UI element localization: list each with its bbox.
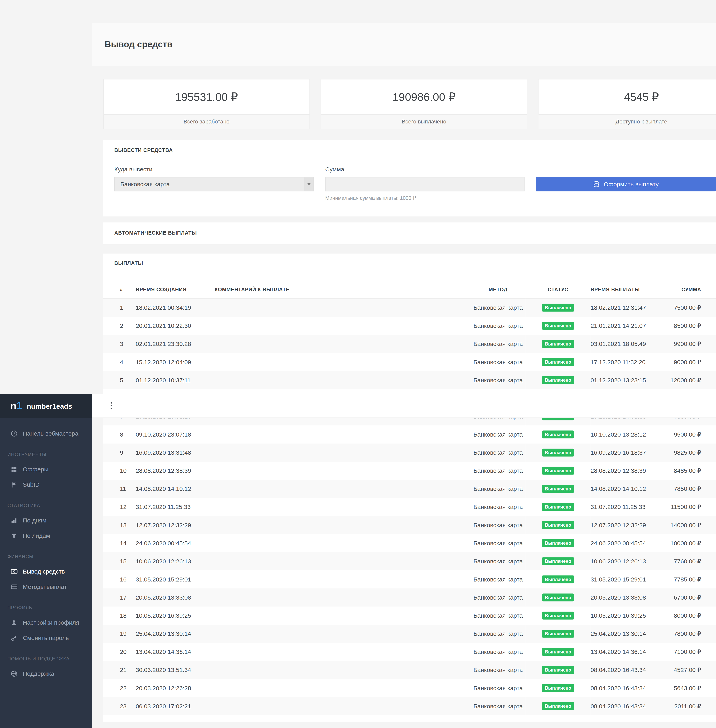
table-row: 415.12.2020 12:04:09Банковская картаВыпл… <box>103 353 716 371</box>
cell-status: Выплачено <box>525 335 590 353</box>
methods-icon <box>10 583 18 590</box>
sidebar-item-chart[interactable]: По дням <box>0 513 92 528</box>
sidebar-item-label: SubID <box>23 481 39 488</box>
sidebar-item-payout[interactable]: Вывод средств <box>0 564 92 579</box>
cell-num: 20 <box>103 643 136 661</box>
sidebar-item-label: Поддержка <box>23 670 54 677</box>
auto-payouts-title[interactable]: АВТОМАТИЧЕСКИЕ ВЫПЛАТЫ <box>114 230 705 235</box>
cell-method: Банковская карта <box>471 498 526 516</box>
stat-label: Доступно к выплате <box>539 114 716 129</box>
cell-num: 8 <box>103 425 136 443</box>
destination-label: Куда вывести <box>114 166 314 173</box>
submit-payout-button[interactable]: Оформить выплату <box>536 177 716 191</box>
cell-status: Выплачено <box>525 552 590 571</box>
cell-amount: 9000.00 ₽ <box>653 353 716 371</box>
page-title: Вывод средств <box>105 39 173 50</box>
amount-input[interactable] <box>325 177 525 191</box>
submit-payout-label: Оформить выплату <box>604 181 659 188</box>
cell-status: Выплачено <box>525 589 590 607</box>
cell-comment <box>215 516 470 534</box>
sidebar-item-password[interactable]: Сменить пароль <box>0 630 92 645</box>
sidebar-item-dashboard[interactable]: Панель вебмастера <box>0 426 92 441</box>
min-amount-hint: Минимальная сумма выплаты: 1000 ₽ <box>325 195 525 201</box>
cell-paid: 10.05.2020 16:39:25 <box>590 607 653 625</box>
cell-status: Выплачено <box>525 625 590 643</box>
status-badge: Выплачено <box>542 376 575 384</box>
cell-paid: 10.06.2020 12:26:13 <box>590 552 653 571</box>
payouts-panel: ВЫПЛАТЫ #ВРЕМЯ СОЗДАНИЯКОММЕНТАРИЙ К ВЫП… <box>103 254 716 722</box>
column-header: КОММЕНТАРИЙ К ВЫПЛАТЕ <box>215 280 470 298</box>
table-row: 1424.06.2020 00:45:54Банковская картаВып… <box>103 534 716 552</box>
profile-icon <box>10 619 18 626</box>
cell-amount: 8000.00 ₽ <box>653 607 716 625</box>
cell-status: Выплачено <box>525 643 590 661</box>
cell-amount: 5643.00 ₽ <box>653 679 716 697</box>
cell-comment <box>215 589 470 607</box>
payouts-table-head-row: #ВРЕМЯ СОЗДАНИЯКОММЕНТАРИЙ К ВЫПЛАТЕМЕТО… <box>103 280 716 298</box>
cell-num: 11 <box>103 480 136 498</box>
cell-amount: 12000.00 ₽ <box>653 371 716 389</box>
cell-created: 18.02.2021 00:34:19 <box>136 298 215 317</box>
stat-card-available: 4545 ₽ Доступно к выплате <box>538 79 716 129</box>
destination-select[interactable]: Банковская карта <box>114 177 314 191</box>
cell-num: 10 <box>103 462 136 480</box>
sidebar-item-subid[interactable]: SubID <box>0 477 92 492</box>
status-badge: Выплачено <box>542 575 575 583</box>
column-header: # <box>103 280 136 298</box>
sidebar-item-support[interactable]: Поддержка <box>0 666 92 681</box>
amount-field: Сумма Минимальная сумма выплаты: 1000 ₽ <box>325 166 525 201</box>
stats-row: 195531.00 ₽ Всего заработано 190986.00 ₽… <box>103 79 716 129</box>
support-icon <box>10 670 18 677</box>
withdraw-form: Куда вывести Банковская карта Сумма Мини… <box>114 166 716 201</box>
status-badge: Выплачено <box>542 467 575 475</box>
stat-label: Всего выплачено <box>321 114 527 129</box>
sidebar-item-leads[interactable]: По лидам <box>0 528 92 543</box>
cell-status: Выплачено <box>525 298 590 317</box>
table-row: 1028.08.2020 12:38:39Банковская картаВып… <box>103 462 716 480</box>
cell-paid: 21.01.2021 14:21:07 <box>590 317 653 335</box>
sidebar-item-label: По дням <box>23 517 46 524</box>
table-row: 2130.03.2020 13:51:34Банковская картаВып… <box>103 661 716 679</box>
cell-status: Выплачено <box>525 317 590 335</box>
cell-status: Выплачено <box>525 353 590 371</box>
cell-amount: 14000.00 ₽ <box>653 516 716 534</box>
chart-icon <box>10 517 18 524</box>
cell-created: 06.03.2020 17:02:21 <box>136 697 215 715</box>
status-badge: Выплачено <box>542 358 575 366</box>
payouts-title: ВЫПЛАТЫ <box>114 260 716 266</box>
brand-logo[interactable]: n 1 number1eads <box>0 394 92 418</box>
stat-card-total-paid: 190986.00 ₽ Всего выплачено <box>321 79 528 129</box>
cell-amount: 9900.00 ₽ <box>653 335 716 353</box>
cell-created: 31.05.2020 15:29:01 <box>136 571 215 589</box>
stat-value: 190986.00 ₽ <box>321 79 527 114</box>
sidebar-item-label: Панель вебмастера <box>23 430 78 437</box>
cell-paid: 08.04.2020 16:43:34 <box>590 679 653 697</box>
top-navbar <box>92 394 716 418</box>
topbar: n 1 number1eads <box>0 394 716 418</box>
status-badge: Выплачено <box>542 630 575 638</box>
cell-status: Выплачено <box>525 462 590 480</box>
chevron-down-icon <box>304 177 313 191</box>
sidebar-item-offers[interactable]: Офферы <box>0 462 92 477</box>
cell-amount: 7850.00 ₽ <box>653 480 716 498</box>
cell-num: 18 <box>103 607 136 625</box>
cell-num: 22 <box>103 679 136 697</box>
sidebar-section-header: ИНСТРУМЕНТЫ <box>0 441 92 462</box>
cell-method: Банковская карта <box>471 317 526 335</box>
cell-method: Банковская карта <box>471 480 526 498</box>
sidebar-item-profile[interactable]: Настройки профиля <box>0 615 92 630</box>
status-badge: Выплачено <box>542 648 575 656</box>
cell-num: 9 <box>103 443 136 462</box>
status-badge: Выплачено <box>542 612 575 620</box>
cell-num: 12 <box>103 498 136 516</box>
cell-comment <box>215 317 470 335</box>
cell-comment <box>215 552 470 571</box>
cell-amount: 7760.00 ₽ <box>653 552 716 571</box>
cell-created: 12.07.2020 12:32:29 <box>136 516 215 534</box>
kebab-menu-icon[interactable] <box>104 399 118 413</box>
cell-method: Банковская карта <box>471 353 526 371</box>
sidebar-item-methods[interactable]: Методы выплат <box>0 579 92 595</box>
cell-method: Банковская карта <box>471 571 526 589</box>
cell-created: 31.07.2020 11:25:33 <box>136 498 215 516</box>
cell-method: Банковская карта <box>471 516 526 534</box>
